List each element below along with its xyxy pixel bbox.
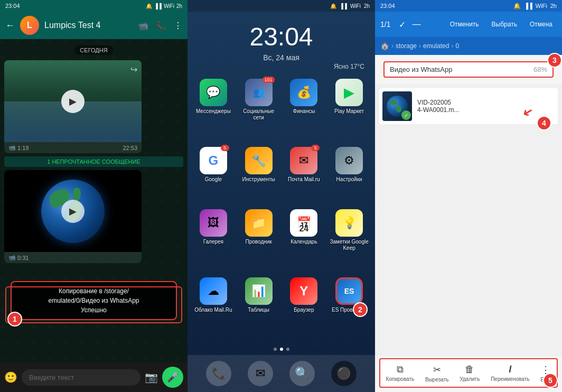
- video-thumbnail-2: ▶: [4, 170, 142, 252]
- select-button[interactable]: Выбрать: [488, 18, 521, 30]
- es-notif-icon: 🔔: [513, 3, 521, 10]
- app-mail-icon: ✉ 5: [290, 147, 317, 174]
- voice-call-icon[interactable]: 📞: [156, 21, 166, 31]
- step-1-badge: 1: [7, 312, 22, 326]
- bottom-bar-container: ⧉ Копировать ✂ Вырезать 🗑 Удалить I Пере…: [375, 356, 562, 392]
- date-separator: СЕГОДНЯ: [74, 45, 113, 55]
- home-wifi-icon: WiFi: [350, 3, 361, 9]
- rename-button[interactable]: I Переименовать: [491, 364, 529, 382]
- cancel2-button[interactable]: Отмена: [526, 18, 557, 30]
- chat-action-icons: 📹 📞 ⋮: [138, 21, 182, 31]
- mic-button[interactable]: 🎤: [162, 367, 183, 388]
- app-play[interactable]: ▶ Play Маркет: [329, 79, 370, 143]
- input-placeholder: Введите текст: [29, 374, 74, 381]
- status-icons-1: 🔔 ▐▐ WiFi 2h: [146, 3, 182, 9]
- app-files[interactable]: 📁 Проводник: [238, 209, 279, 273]
- panel-home: 🔔 ▐▐ WiFi 2h 23:04 Вс, 24 мая Ясно 17°C …: [188, 0, 375, 392]
- play-button-2[interactable]: ▶: [61, 200, 85, 223]
- app-finance[interactable]: 💰 Финансы: [284, 79, 325, 143]
- es-search-bar[interactable]: Видео из WhatsApp 68%: [383, 61, 554, 78]
- es-battery-icon: 2h: [550, 3, 557, 9]
- breadcrumb-storage[interactable]: storage: [396, 42, 417, 50]
- app-cloud-label: Облако Mail.Ru: [194, 307, 232, 313]
- app-browser[interactable]: Y Браузер: [284, 277, 325, 335]
- dot-2: [280, 348, 283, 351]
- panel-es: 23:04 🔔 ▐▐ WiFi 2h 1/1 ✓ — Отменить Выбр…: [375, 0, 562, 392]
- app-social-label: Социальные сети: [238, 108, 279, 121]
- panel-whatsapp: 23:04 🔔 ▐▐ WiFi 2h ← L Lumpics Test 4 📹 …: [0, 0, 188, 392]
- app-messengers[interactable]: 💬 Мессенджеры: [193, 79, 234, 143]
- dock-messages[interactable]: ✉: [248, 361, 273, 386]
- app-es-icon: ES: [335, 277, 363, 305]
- app-gallery-icon: 🖼: [200, 209, 227, 237]
- app-google[interactable]: G 5 Google: [193, 147, 234, 204]
- cut-button[interactable]: ✂ Вырезать: [425, 364, 448, 382]
- video-message-2[interactable]: ▶ 📹 0:31: [4, 170, 142, 263]
- file-thumb-video: ✓: [382, 91, 412, 121]
- breadcrumb-0[interactable]: 0: [455, 42, 459, 50]
- breadcrumb-emulated[interactable]: emulated: [423, 42, 449, 50]
- dock-chrome[interactable]: 🔍: [289, 361, 315, 386]
- battery-icon: 2h: [176, 3, 182, 9]
- rename-icon: I: [509, 364, 511, 375]
- video-meta-1: 📹 1:19 22:53: [4, 142, 142, 153]
- home-dock: 📞 ✉ 🔍 ⚫: [188, 355, 375, 392]
- back-button[interactable]: ←: [5, 20, 15, 31]
- dock-phone[interactable]: 📞: [206, 361, 231, 386]
- rename-label: Переименовать: [491, 376, 529, 382]
- video-message-1[interactable]: ↪ ▶ 📹 1:19 22:53: [4, 60, 142, 153]
- file-name: VID-202005 4-WA0001.m...: [417, 99, 460, 114]
- contact-name: Lumpics Test 4: [44, 21, 133, 30]
- app-tools[interactable]: 🔧 Инструменты: [238, 147, 279, 204]
- minus-icon: —: [412, 20, 420, 29]
- app-calendar-label: Календарь: [291, 239, 317, 245]
- home-status-bar: 🔔 ▐▐ WiFi 2h: [188, 0, 375, 12]
- copy-label: Копировать: [386, 376, 414, 382]
- es-file-area: ✓ VID-202005 4-WA0001.m... 4 ➜: [375, 84, 562, 356]
- es-status-bar: 23:04 🔔 ▐▐ WiFi 2h: [375, 0, 562, 12]
- cancel-top-button[interactable]: Отменить: [446, 18, 483, 30]
- camera-button[interactable]: 📷: [145, 371, 158, 384]
- app-sheets[interactable]: 📊 Таблицы: [238, 277, 279, 335]
- app-social[interactable]: 👥 101 Социальные сети: [238, 79, 279, 143]
- video-thumbnail-1: ↪ ▶: [4, 60, 142, 142]
- app-mail[interactable]: ✉ 5 Почта Mail.ru: [284, 147, 325, 204]
- es-toolbar: 1/1 ✓ — Отменить Выбрать Отмена: [375, 12, 562, 37]
- step-4-badge: 4: [537, 116, 551, 130]
- search-bar-container: Видео из WhatsApp 68% 3: [379, 58, 558, 81]
- app-files-icon: 📁: [245, 209, 273, 237]
- app-mail-label: Почта Mail.ru: [288, 176, 320, 183]
- video-duration-1: 📹 1:19: [8, 144, 29, 151]
- home-status-icons: 🔔 ▐▐ WiFi 2h: [330, 3, 370, 9]
- forward-icon: ↪: [130, 64, 137, 74]
- home-time-display: 23:04: [188, 22, 375, 51]
- app-sheets-label: Таблицы: [248, 307, 269, 313]
- dock-camera[interactable]: ⚫: [331, 361, 357, 386]
- app-keep[interactable]: 💡 Заметки Google Keep: [329, 209, 370, 273]
- es-status-icons: 🔔 ▐▐ WiFi 2h: [513, 3, 557, 10]
- app-gallery[interactable]: 🖼 Галерея: [193, 209, 234, 273]
- copy-notification: Копирование в /storage/ emulated/0/Видео…: [11, 281, 177, 320]
- delete-button[interactable]: 🗑 Удалить: [460, 364, 480, 382]
- app-cloud[interactable]: ☁ Облако Mail.Ru: [193, 277, 234, 335]
- app-google-icon: G 5: [200, 147, 227, 174]
- app-keep-icon: 💡: [335, 209, 363, 237]
- home-date-display: Вс, 24 мая: [188, 53, 375, 62]
- app-gallery-label: Галерея: [203, 239, 223, 245]
- message-time-1: 22:53: [123, 145, 137, 151]
- play-button-1[interactable]: ▶: [61, 90, 85, 113]
- cut-label: Вырезать: [425, 377, 448, 382]
- app-cloud-icon: ☁: [200, 277, 227, 305]
- emoji-button[interactable]: 🙂: [4, 371, 17, 384]
- app-messengers-icon: 💬: [200, 79, 227, 106]
- app-google-label: Google: [205, 176, 222, 183]
- message-input[interactable]: Введите текст: [22, 369, 140, 386]
- copy-button[interactable]: ⧉ Копировать: [386, 364, 414, 382]
- app-calendar[interactable]: 📅 24 Календарь: [284, 209, 325, 273]
- home-signal-icon: ▐▐: [340, 3, 347, 9]
- video-call-icon[interactable]: 📹: [138, 21, 148, 31]
- es-status-time: 23:04: [380, 3, 395, 9]
- app-files-label: Проводник: [246, 239, 272, 245]
- app-settings[interactable]: ⚙ Настройки: [329, 147, 370, 204]
- more-options-icon[interactable]: ⋮: [174, 21, 182, 31]
